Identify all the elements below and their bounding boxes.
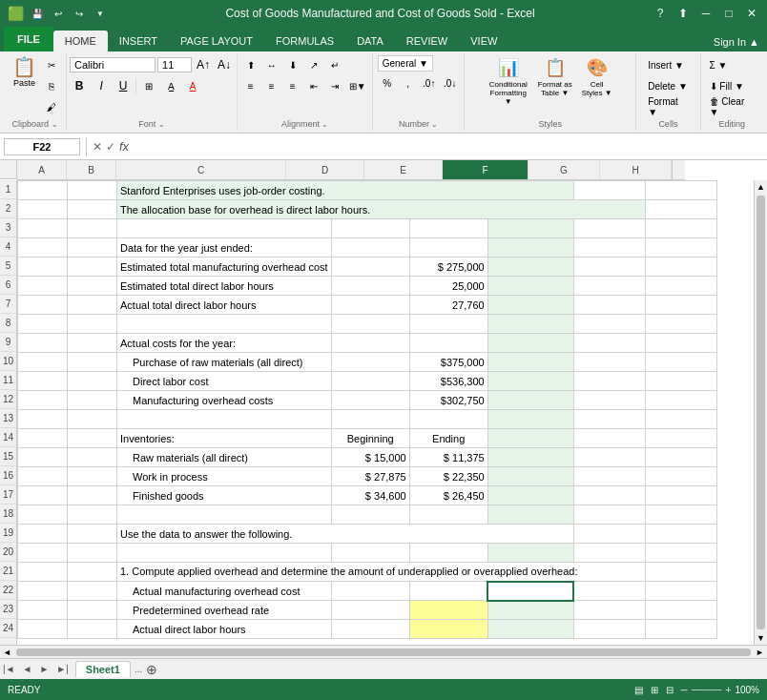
- h-scroll-thumb[interactable]: [16, 649, 751, 656]
- cell-b9[interactable]: [68, 334, 117, 353]
- cell-h23[interactable]: [645, 601, 716, 620]
- col-header-f[interactable]: F: [443, 160, 529, 179]
- row-num-12[interactable]: 12: [0, 390, 16, 409]
- tab-insert[interactable]: INSERT: [108, 31, 169, 51]
- cell-g24[interactable]: [573, 620, 645, 639]
- sheet-nav-last[interactable]: ►|: [53, 664, 72, 674]
- font-size-input[interactable]: [157, 57, 192, 72]
- merge-center-btn[interactable]: ⊞▼: [346, 76, 369, 95]
- cell-e3[interactable]: [409, 219, 487, 238]
- cell-e14[interactable]: Ending: [409, 429, 487, 448]
- horizontal-scrollbar[interactable]: ◄ ►: [0, 645, 767, 658]
- cell-f18[interactable]: [487, 505, 573, 525]
- cell-styles-button[interactable]: 🎨 CellStyles ▼: [578, 55, 616, 99]
- cell-h9[interactable]: [645, 334, 716, 353]
- cell-e4[interactable]: [409, 238, 487, 257]
- cell-a18[interactable]: [18, 505, 68, 525]
- cell-b2[interactable]: [68, 200, 117, 219]
- help-btn[interactable]: ?: [653, 7, 668, 20]
- cell-f20[interactable]: [487, 544, 573, 563]
- cell-d16[interactable]: $ 27,875: [331, 467, 409, 486]
- copy-button[interactable]: ⎘: [42, 76, 61, 95]
- confirm-icon[interactable]: ✓: [106, 140, 115, 154]
- add-sheet-button[interactable]: ⊕: [142, 662, 161, 677]
- cell-f23[interactable]: [487, 601, 573, 620]
- cell-b16[interactable]: [68, 467, 117, 486]
- col-header-a[interactable]: A: [17, 160, 67, 179]
- clear-btn[interactable]: 🗑 Clear ▼: [707, 97, 757, 116]
- cell-b14[interactable]: [68, 429, 117, 448]
- col-header-d[interactable]: D: [286, 160, 364, 179]
- cell-d22[interactable]: [331, 582, 409, 601]
- cell-h22[interactable]: [645, 582, 716, 601]
- scroll-up-btn[interactable]: ▲: [755, 180, 767, 194]
- view-normal-btn[interactable]: ▤: [634, 685, 643, 695]
- redo-icon[interactable]: ↪: [72, 6, 87, 21]
- font-name-input[interactable]: [70, 57, 155, 72]
- cell-f24[interactable]: [487, 620, 573, 639]
- cell-f5[interactable]: [487, 257, 573, 277]
- cell-g15[interactable]: [573, 448, 645, 467]
- conditional-formatting-button[interactable]: 📊 ConditionalFormatting ▼: [485, 55, 532, 108]
- cell-g17[interactable]: [573, 486, 645, 505]
- cell-h3[interactable]: [645, 219, 716, 238]
- zoom-out-btn[interactable]: ─: [681, 685, 688, 695]
- tab-review[interactable]: REVIEW: [395, 31, 459, 51]
- row-num-8[interactable]: 8: [0, 314, 16, 333]
- align-left-btn[interactable]: ≡: [241, 76, 260, 95]
- cell-c23[interactable]: Predetermined overhead rate: [117, 601, 332, 620]
- cell-b21[interactable]: [68, 563, 117, 582]
- cell-b6[interactable]: [68, 277, 117, 296]
- zoom-slider[interactable]: ─────: [692, 685, 722, 694]
- align-center-btn[interactable]: ≡: [262, 76, 281, 95]
- cell-d23[interactable]: [331, 601, 409, 620]
- cell-d17[interactable]: $ 34,600: [331, 486, 409, 505]
- cell-f17[interactable]: [487, 486, 573, 505]
- cell-h5[interactable]: [645, 257, 716, 277]
- cut-button[interactable]: ✂: [42, 55, 61, 74]
- row-num-14[interactable]: 14: [0, 428, 16, 447]
- cell-f10[interactable]: [487, 353, 573, 372]
- cell-a2[interactable]: [18, 200, 68, 219]
- cell-e8[interactable]: [409, 315, 487, 334]
- cell-h10[interactable]: [645, 353, 716, 372]
- scroll-thumb[interactable]: [757, 196, 765, 629]
- cell-d20[interactable]: [331, 544, 409, 563]
- sign-in-btn[interactable]: Sign In ▲: [706, 32, 767, 51]
- cell-c22[interactable]: Actual manufacturing overhead cost: [117, 582, 332, 601]
- cell-g20[interactable]: [573, 544, 645, 563]
- cell-b15[interactable]: [68, 448, 117, 467]
- row-num-1[interactable]: 1: [0, 180, 16, 199]
- decrease-decimal-btn[interactable]: .0↓: [441, 73, 460, 93]
- row-num-2[interactable]: 2: [0, 199, 16, 218]
- cell-e17[interactable]: $ 26,450: [409, 486, 487, 505]
- cell-c19[interactable]: Use the data to answer the following.: [117, 525, 574, 544]
- cell-f3[interactable]: [487, 219, 573, 238]
- cell-f9[interactable]: [487, 334, 573, 353]
- cell-h14[interactable]: [645, 429, 716, 448]
- cell-b5[interactable]: [68, 257, 117, 277]
- row-num-6[interactable]: 6: [0, 276, 16, 295]
- cell-c17[interactable]: Finished goods: [117, 486, 332, 505]
- cell-c9[interactable]: Actual costs for the year:: [117, 334, 332, 353]
- view-break-btn[interactable]: ⊟: [666, 685, 674, 695]
- cell-g6[interactable]: [573, 277, 645, 296]
- fill-btn[interactable]: ⬇ Fill ▼: [707, 76, 747, 95]
- cell-a22[interactable]: [18, 582, 68, 601]
- format-painter-button[interactable]: 🖌: [42, 97, 61, 116]
- cell-g5[interactable]: [573, 257, 645, 277]
- increase-indent-btn[interactable]: ⇥: [325, 76, 344, 95]
- customize-icon[interactable]: ▼: [93, 6, 108, 21]
- cell-a5[interactable]: [18, 257, 68, 277]
- cell-e23[interactable]: [409, 601, 487, 620]
- row-num-7[interactable]: 7: [0, 295, 16, 314]
- cell-e7[interactable]: 27,760: [409, 296, 487, 315]
- cell-c14[interactable]: Inventories:: [117, 429, 332, 448]
- percent-btn[interactable]: %: [378, 73, 397, 93]
- cell-a19[interactable]: [18, 525, 68, 544]
- vertical-scrollbar[interactable]: ▲ ▼: [754, 180, 767, 645]
- sheet-more-btn[interactable]: ...: [135, 664, 142, 674]
- cell-c20[interactable]: [117, 544, 332, 563]
- cell-c6[interactable]: Estimated total direct labor hours: [117, 277, 332, 296]
- cell-d18[interactable]: [331, 505, 409, 525]
